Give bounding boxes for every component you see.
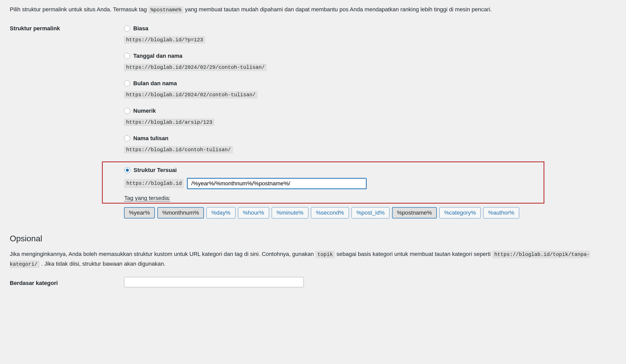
option-biasa: Biasa https://bloglab.id/?p=123 (124, 24, 616, 44)
category-base-label: Berdasar kategori (10, 277, 124, 287)
tag-post-id[interactable]: %post_id% (352, 207, 390, 218)
option-numerik: Numerik https://bloglab.id/arsip/123 (124, 107, 616, 126)
radio-nama-tulisan[interactable] (124, 135, 130, 141)
category-base-row: Berdasar kategori (10, 277, 616, 287)
opsional-mid: sebagai basis kategori untuk membuat tau… (336, 251, 492, 257)
intro-before: Pilih struktur permalink untuk situs And… (10, 6, 148, 13)
option-bulan: Bulan dan nama https://bloglab.id/2024/0… (124, 79, 616, 99)
label-custom: Struktur Tersuai (134, 166, 177, 174)
example-nama-tulisan: https://bloglab.id/contoh-tulisan/ (124, 146, 233, 154)
permalink-structure-row: Struktur permalink Biasa https://bloglab… (10, 24, 616, 218)
category-base-input[interactable] (124, 277, 304, 287)
tag-monthnum[interactable]: %monthnum% (157, 207, 204, 218)
custom-structure-box: Struktur Tersuai https://bloglab.id Tag … (102, 161, 544, 204)
tags-row: %year% %monthnum% %day% %hour% %minute% … (124, 207, 616, 218)
tag-second[interactable]: %second% (311, 207, 349, 218)
example-tanggal: https://bloglab.id/2024/02/29/contoh-tul… (124, 64, 267, 71)
opsional-text: Jika menginginkannya, Anda boleh memasuk… (10, 249, 616, 269)
radio-custom[interactable] (124, 167, 130, 173)
option-tanggal: Tanggal dan nama https://bloglab.id/2024… (124, 52, 616, 71)
label-tanggal: Tanggal dan nama (133, 52, 183, 60)
label-nama-tulisan: Nama tulisan (133, 134, 168, 142)
opsional-heading: Opsional (10, 232, 616, 245)
tag-year[interactable]: %year% (124, 207, 155, 218)
radio-bulan[interactable] (124, 80, 130, 87)
custom-structure-input[interactable] (187, 178, 367, 189)
custom-prefix: https://bloglab.id (124, 179, 184, 188)
example-biasa: https://bloglab.id/?p=123 (124, 36, 205, 44)
opsional-after: . Jika tidak diisi, struktur bawaan akan… (41, 261, 165, 267)
opsional-before: Jika menginginkannya, Anda boleh memasuk… (10, 251, 315, 257)
example-numerik: https://bloglab.id/arsip/123 (124, 119, 214, 126)
radio-numerik[interactable] (124, 108, 130, 114)
label-bulan: Bulan dan nama (133, 79, 177, 88)
example-bulan: https://bloglab.id/2024/02/contoh-tulisa… (124, 91, 258, 99)
tag-category[interactable]: %category% (439, 207, 481, 218)
tag-postname[interactable]: %postname% (392, 207, 437, 218)
radio-tanggal[interactable] (124, 53, 130, 59)
options-column: Biasa https://bloglab.id/?p=123 Tanggal … (124, 24, 616, 218)
tag-minute[interactable]: %minute% (272, 207, 308, 218)
tag-hour[interactable]: %hour% (238, 207, 269, 218)
intro-after: yang membuat tautan mudah dipahami dan d… (185, 6, 492, 13)
label-numerik: Numerik (133, 107, 156, 115)
section-label: Struktur permalink (10, 24, 124, 33)
tag-day[interactable]: %day% (206, 207, 235, 218)
tags-available-label: Tag yang tersedia: (124, 194, 536, 202)
intro-code: %postname% (148, 6, 183, 14)
intro-text: Pilih struktur permalink untuk situs And… (10, 5, 616, 14)
opsional-code1: topik (315, 251, 335, 258)
label-biasa: Biasa (133, 24, 148, 33)
tag-author[interactable]: %author% (483, 207, 519, 218)
option-nama-tulisan: Nama tulisan https://bloglab.id/contoh-t… (124, 134, 616, 154)
radio-biasa[interactable] (124, 25, 130, 32)
